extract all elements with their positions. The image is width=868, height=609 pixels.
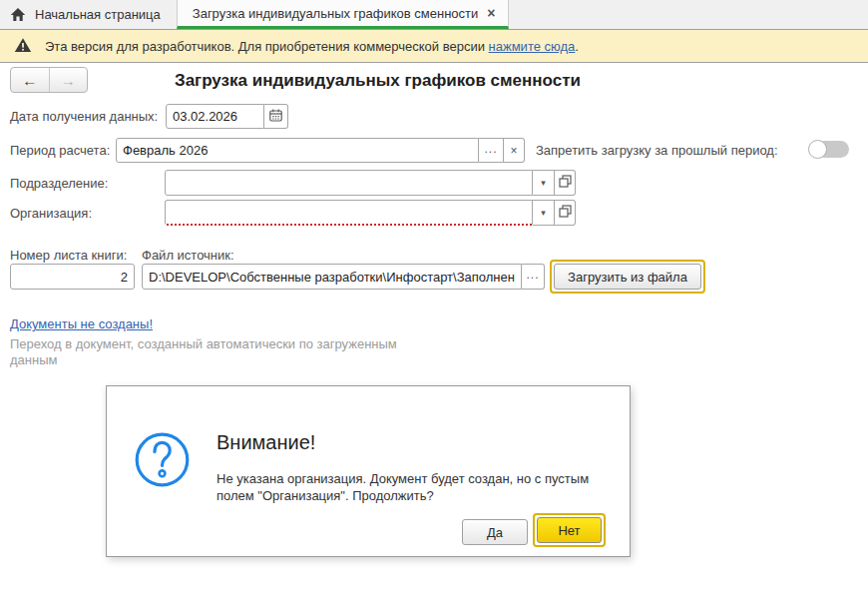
confirmation-dialog: Внимание! Не указана организация. Докуме…	[106, 385, 631, 557]
period-label: Период расчета:	[10, 143, 110, 158]
ellipsis-icon: ...	[526, 268, 539, 282]
yes-button[interactable]: Да	[462, 519, 528, 545]
banner-link[interactable]: нажмите сюда	[489, 39, 576, 54]
sheet-number-label: Номер листа книги:	[10, 248, 127, 263]
file-source-label: Файл источник:	[142, 248, 234, 263]
date-input[interactable]	[166, 104, 264, 129]
department-input[interactable]	[165, 170, 533, 196]
dialog-message: Не указана организация. Документ будет с…	[217, 470, 608, 504]
organization-label: Организация:	[10, 206, 92, 221]
open-form-icon	[559, 175, 572, 191]
load-button-highlight: Загрузить из файла	[550, 260, 705, 294]
no-button[interactable]: Нет	[537, 517, 602, 543]
department-label: Подразделение:	[10, 176, 108, 191]
load-from-file-button[interactable]: Загрузить из файла	[554, 264, 701, 290]
chevron-down-icon: ▾	[541, 208, 546, 218]
close-icon[interactable]: ×	[487, 6, 495, 20]
chevron-down-icon: ▾	[541, 178, 546, 188]
department-open-button[interactable]	[555, 170, 576, 196]
dev-version-banner: Эта версия для разработчиков. Для приобр…	[0, 29, 868, 63]
period-field-group: ... ×	[116, 138, 525, 163]
history-nav: ← →	[10, 67, 88, 93]
organization-field-group: ▾	[165, 200, 576, 226]
organization-open-button[interactable]	[555, 200, 576, 226]
open-form-icon	[559, 205, 572, 221]
period-select-button[interactable]: ...	[479, 138, 504, 163]
dialog-title: Внимание!	[217, 431, 315, 454]
forward-arrow-icon[interactable]: →	[50, 68, 88, 92]
calendar-button[interactable]	[264, 104, 288, 129]
page-title: Загрузка индивидуальных графиков сменнос…	[175, 71, 581, 91]
home-icon	[10, 7, 26, 22]
date-field-group	[166, 104, 288, 129]
calendar-icon	[268, 108, 283, 126]
clear-icon: ×	[510, 144, 517, 158]
organization-dropdown-button[interactable]: ▾	[533, 200, 555, 226]
question-icon	[134, 431, 191, 492]
restrict-toggle[interactable]	[808, 140, 850, 159]
app-window: Начальная страница Загрузка индивидуальн…	[0, 0, 868, 609]
date-label: Дата получения данных:	[10, 109, 158, 124]
period-input[interactable]	[116, 138, 479, 163]
period-clear-button[interactable]: ×	[504, 138, 525, 163]
tab-bar: Начальная страница Загрузка индивидуальн…	[0, 0, 868, 29]
tab-active[interactable]: Загрузка индивидуальных графиков сменнос…	[177, 0, 509, 29]
ellipsis-icon: ...	[484, 142, 497, 156]
file-field-group: ...	[142, 264, 545, 290]
document-caption: Переход в документ, созданный автоматиче…	[10, 336, 439, 368]
department-field-group: ▾	[165, 170, 576, 196]
banner-text: Эта версия для разработчиков. Для приобр…	[45, 39, 579, 54]
organization-input[interactable]	[165, 200, 533, 226]
warning-icon	[14, 37, 32, 56]
restrict-label: Запретить загрузку за прошлый период:	[536, 143, 778, 158]
documents-not-created-link[interactable]: Документы не созданы!	[10, 316, 153, 331]
tab-home-label: Начальная страница	[35, 7, 161, 22]
back-arrow-icon[interactable]: ←	[11, 68, 50, 92]
sheet-number-input[interactable]	[10, 264, 135, 290]
department-dropdown-button[interactable]: ▾	[533, 170, 555, 196]
no-button-highlight: Нет	[533, 513, 606, 547]
file-select-button[interactable]: ...	[522, 264, 545, 290]
toggle-knob	[808, 140, 827, 159]
tab-home[interactable]: Начальная страница	[0, 0, 177, 29]
file-path-input[interactable]	[142, 264, 522, 290]
tab-active-label: Загрузка индивидуальных графиков сменнос…	[193, 6, 479, 21]
